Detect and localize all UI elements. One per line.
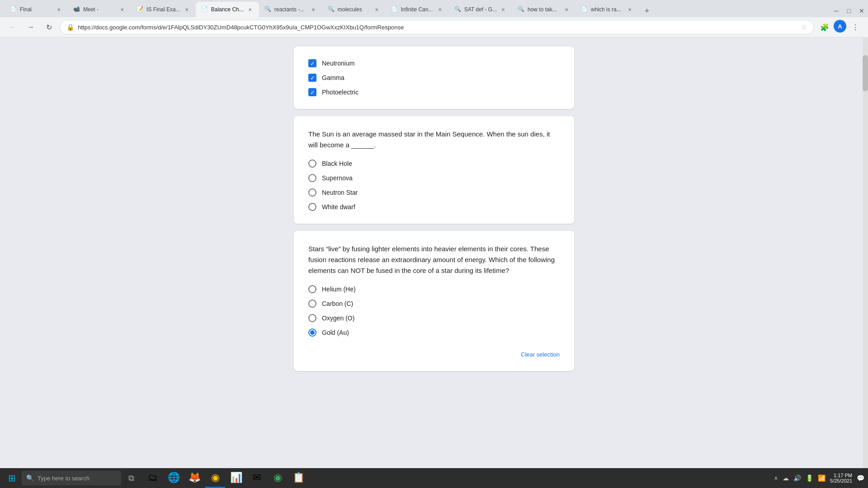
refresh-button[interactable]: ↻	[42, 20, 56, 34]
tab-close-final[interactable]: ✕	[55, 6, 62, 13]
cloud-icon[interactable]: ☁	[783, 474, 789, 482]
scrollbar-track[interactable]	[863, 37, 868, 468]
option-photoelectric-row[interactable]: ✓ Photoelectric	[308, 88, 560, 96]
tab-label-infinite: Infinite Can...	[401, 6, 434, 13]
question-2-text: The Sun is an average massed star in the…	[308, 129, 560, 150]
clear-selection-area: Clear selection	[308, 343, 560, 358]
taskbar-app-unknown2[interactable]: 📋	[288, 468, 308, 488]
battery-icon[interactable]: 🔋	[806, 474, 813, 482]
option-helium-row[interactable]: Helium (He)	[308, 285, 560, 293]
helium-radio[interactable]	[308, 285, 316, 293]
tab-close-whichis[interactable]: ✕	[626, 6, 633, 13]
tab-close-meet[interactable]: ✕	[118, 6, 126, 13]
maximize-chrome-button[interactable]: □	[843, 5, 855, 17]
taskbar-app-explorer[interactable]: 🗂	[143, 468, 163, 488]
option-supernova-row[interactable]: Supernova	[308, 174, 560, 182]
tab-label-isfinal: IS Final Exa...	[146, 6, 180, 13]
tab-sat[interactable]: 🔍 SAT def - G... ✕	[449, 2, 512, 17]
taskbar-system-tray: ∧ ☁ 🔊 🔋 📶 1:17 PM 5/25/2021 💬	[774, 473, 864, 483]
tab-close-isfinal[interactable]: ✕	[183, 6, 190, 13]
tab-balance[interactable]: 📄 Balance Ch... ✕	[196, 2, 259, 17]
taskbar-app-chrome2[interactable]: ◉	[268, 468, 288, 488]
tab-close-balance[interactable]: ✕	[246, 6, 254, 13]
black-hole-label: Black Hole	[322, 160, 352, 167]
tab-label-whichis: which is ra...	[591, 6, 623, 13]
gold-label: Gold (Au)	[322, 329, 349, 336]
tab-bar: 📄 Final ✕ 📹 Meet - ✕ 📝 IS Final Exa... ✕…	[0, 0, 868, 17]
tab-favicon-sat: 🔍	[454, 6, 462, 13]
toolbar-right-icons: 🧩 A ⋮	[817, 20, 863, 34]
option-neutronium-row[interactable]: ✓ Neutronium	[308, 59, 560, 67]
option-black-hole-row[interactable]: Black Hole	[308, 160, 560, 168]
lock-icon: 🔒	[66, 23, 74, 31]
taskbar-app-unknown1[interactable]: 📊	[226, 468, 246, 488]
extensions-icon[interactable]: 🧩	[817, 20, 832, 34]
tab-close-molecules[interactable]: ✕	[373, 6, 380, 13]
tab-isfinal[interactable]: 📝 IS Final Exa... ✕	[131, 2, 196, 17]
neutronium-checkbox[interactable]: ✓	[308, 59, 316, 67]
question-card-3: Stars “live” by fusing lighter elements …	[294, 231, 574, 371]
network-icon[interactable]: 📶	[818, 474, 826, 482]
option-white-dwarf-row[interactable]: White dwarf	[308, 203, 560, 211]
option-neutron-star-row[interactable]: Neutron Star	[308, 188, 560, 197]
option-carbon-row[interactable]: Carbon (C)	[308, 300, 560, 308]
firefox-icon: 🦊	[189, 472, 201, 483]
forward-button[interactable]: →	[24, 20, 38, 34]
bookmark-icon[interactable]: ☆	[801, 23, 807, 31]
tab-favicon-infinite: 📄	[391, 6, 398, 13]
volume-icon[interactable]: 🔊	[793, 474, 801, 482]
supernova-label: Supernova	[322, 174, 353, 182]
url-text: https://docs.google.com/forms/d/e/1FAlpQ…	[78, 24, 797, 31]
address-bar[interactable]: 🔒 https://docs.google.com/forms/d/e/1FAl…	[60, 20, 814, 34]
browser-toolbar: ← → ↻ 🔒 https://docs.google.com/forms/d/…	[0, 17, 868, 37]
carbon-radio[interactable]	[308, 300, 316, 308]
black-hole-radio[interactable]	[308, 160, 316, 168]
photoelectric-checkmark: ✓	[310, 89, 315, 95]
neutron-star-radio[interactable]	[308, 188, 316, 197]
start-button[interactable]: ⊞	[4, 470, 20, 486]
back-button[interactable]: ←	[5, 20, 20, 34]
tab-whichis[interactable]: 📄 which is ra... ✕	[576, 2, 639, 17]
tab-meet[interactable]: 📹 Meet - ✕	[68, 2, 131, 17]
option-oxygen-row[interactable]: Oxygen (O)	[308, 314, 560, 322]
question-card-2: The Sun is an average massed star in the…	[294, 116, 574, 224]
tab-close-infinite[interactable]: ✕	[436, 6, 443, 13]
new-tab-button[interactable]: +	[641, 5, 653, 17]
notification-icon[interactable]: 💬	[857, 474, 864, 482]
tab-infinite[interactable]: 📄 Infinite Can... ✕	[386, 2, 449, 17]
tab-reactants[interactable]: 🔍 reactants -... ✕	[259, 2, 322, 17]
menu-icon[interactable]: ⋮	[848, 20, 863, 34]
tab-label-reactants: reactants -...	[274, 6, 307, 13]
photoelectric-checkbox[interactable]: ✓	[308, 88, 316, 96]
taskbar-app-mail[interactable]: ✉	[247, 468, 267, 488]
explorer-icon: 🗂	[148, 472, 158, 483]
chevron-up-icon[interactable]: ∧	[774, 475, 778, 481]
taskbar-clock[interactable]: 1:17 PM 5/25/2021	[830, 473, 852, 483]
tab-close-howtotake[interactable]: ✕	[563, 6, 570, 13]
tab-molecules[interactable]: 🔍 molecules ✕	[322, 2, 386, 17]
tab-final[interactable]: 📄 Final ✕	[5, 2, 68, 17]
time-display: 1:17 PM	[834, 473, 852, 478]
supernova-radio[interactable]	[308, 174, 316, 182]
gold-radio[interactable]	[308, 328, 316, 337]
minimize-chrome-button[interactable]: ─	[830, 5, 843, 17]
taskbar-app-edge[interactable]: 🌐	[164, 468, 184, 488]
tab-close-sat[interactable]: ✕	[500, 6, 507, 13]
neutronium-label: Neutronium	[322, 60, 354, 67]
option-gold-row[interactable]: Gold (Au)	[308, 328, 560, 337]
taskbar-app-firefox[interactable]: 🦊	[184, 468, 204, 488]
option-gamma-row[interactable]: ✓ Gamma	[308, 74, 560, 82]
taskbar-search-box[interactable]: 🔍 Type here to search	[22, 471, 121, 485]
scrollbar-thumb[interactable]	[863, 55, 868, 91]
clear-selection-link[interactable]: Clear selection	[521, 351, 560, 358]
taskbar-app-chrome[interactable]: ◉	[205, 468, 225, 488]
profile-icon[interactable]: A	[834, 20, 846, 33]
task-view-button[interactable]: ⧉	[123, 470, 139, 486]
tab-close-reactants[interactable]: ✕	[310, 6, 317, 13]
unknown1-icon: 📊	[230, 472, 242, 483]
tab-howtotake[interactable]: 🔍 how to tak... ✕	[512, 2, 576, 17]
gamma-checkbox[interactable]: ✓	[308, 74, 316, 82]
close-chrome-button[interactable]: ✕	[855, 5, 868, 17]
oxygen-radio[interactable]	[308, 314, 316, 322]
white-dwarf-radio[interactable]	[308, 203, 316, 211]
